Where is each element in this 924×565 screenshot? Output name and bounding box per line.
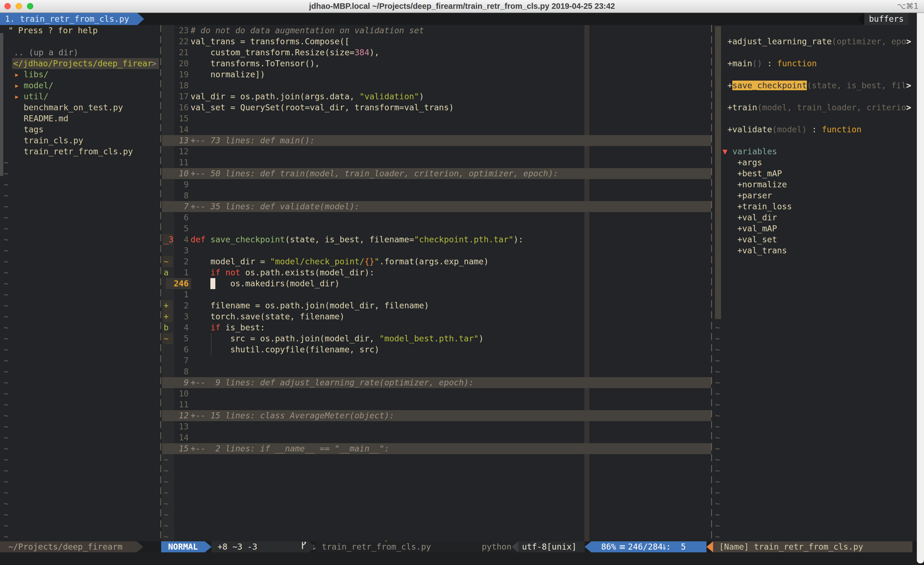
editor-line[interactable]: 246 os.makedirs(model_dir)	[162, 278, 711, 289]
tagbar-item[interactable]: +val_set	[713, 234, 916, 245]
token-a: function	[777, 59, 817, 68]
fold-line[interactable]: 12+-- 15 lines: class AverageMeter(objec…	[162, 410, 711, 421]
empty-line-tilde: ~	[713, 300, 916, 311]
editor-line[interactable]: 21 custom_transform.Resize(size=384),	[162, 47, 711, 58]
fold-line[interactable]: 13+-- 73 lines: def main():	[162, 135, 711, 146]
empty-line-tilde: ~	[0, 388, 160, 399]
tagbar-item[interactable]: +main() : function	[713, 58, 916, 69]
tagbar-scrollbar-thumb[interactable]	[715, 26, 721, 319]
folder-collapsed-icon[interactable]: ▸	[14, 91, 19, 102]
nerdtree-item[interactable]: ▸util/	[0, 91, 160, 102]
editor-line[interactable]: 8	[162, 366, 711, 377]
tagbar-item[interactable]: +val_dir	[713, 212, 916, 223]
window-scrollbar[interactable]	[917, 13, 924, 563]
editor-line[interactable]: 22val_trans = transforms.Compose([	[162, 36, 711, 47]
window-title: jdhao-MBP.local ~/Projects/deep_firearm/…	[0, 0, 924, 12]
tabline-buffers-label[interactable]: buffers	[864, 13, 908, 25]
editor-line[interactable]: 17val_dir = os.path.join(args.data, "val…	[162, 91, 711, 102]
editor-line[interactable]: 15	[162, 113, 711, 124]
fold-line[interactable]: 10+-- 50 lines: def train(model, train_l…	[162, 168, 711, 179]
nerdtree-item[interactable]: benchmark_on_test.py	[0, 102, 160, 113]
tagbar-item[interactable]: +val_trans	[713, 245, 916, 256]
tagbar-item[interactable]: +save_checkpoint(state, is_best, fil>	[713, 80, 916, 91]
tilde-marker: ~	[164, 454, 169, 465]
empty-line-tilde: ~	[713, 399, 916, 410]
editor-line[interactable]: 14	[162, 124, 711, 135]
nerdtree-item[interactable]: README.md	[0, 113, 160, 124]
tilde-marker: ~	[715, 509, 720, 520]
editor-line[interactable]: ~2 model_dir = "model/check_point/{}".fo…	[162, 256, 711, 267]
editor-line[interactable]: 23# do not do data augmentation on valid…	[162, 25, 711, 36]
editor-line[interactable]: +3 torch.save(state, filename)	[162, 311, 711, 322]
editor-line[interactable]: 12	[162, 146, 711, 157]
fold-line[interactable]: 7+-- 35 lines: def validate(model):	[162, 201, 711, 212]
tagbar-item[interactable]: +validate(model) : function	[713, 124, 916, 135]
tagbar-item[interactable]: +parser	[713, 190, 916, 201]
editor-line[interactable]: 1	[162, 289, 711, 300]
tilde-marker: ~	[715, 344, 720, 355]
editor-line[interactable]: 19 normalize])	[162, 69, 711, 80]
editor-line[interactable]: 13	[162, 421, 711, 432]
nerdtree-item[interactable]: train_cls.py	[0, 135, 160, 146]
editor-line[interactable]: 3	[162, 245, 711, 256]
tagbar-item[interactable]: +train(model, train_loader, criterio>	[713, 102, 916, 113]
tilde-marker: ~	[715, 443, 720, 454]
nerdtree-scrollbar-thumb[interactable]	[0, 33, 3, 176]
fold-line[interactable]: 15+-- 2 lines: if __name__ == "__main__"…	[162, 443, 711, 454]
token-p: +train_loss	[737, 201, 792, 211]
gutter-sign: a	[164, 267, 169, 278]
empty-line-tilde: ~	[713, 377, 916, 388]
tagbar-item[interactable]: +args	[713, 157, 916, 168]
editor-line[interactable]: _34def save_checkpoint(state, is_best, f…	[162, 234, 711, 245]
editor-line[interactable]: 18	[162, 80, 711, 91]
nerdtree-item[interactable]: tags	[0, 124, 160, 135]
editor-line[interactable]: 14	[162, 432, 711, 443]
tagbar-item[interactable]: +train_loss	[713, 201, 916, 212]
editor-line[interactable]: ~5 src = os.path.join(model_dir, "model_…	[162, 333, 711, 344]
nerdtree-root[interactable]: </jdhao/Projects/deep_firear>	[0, 58, 160, 69]
editor-line[interactable]: 6	[162, 212, 711, 223]
vim-session: jdhao-MBP.local ~/Projects/deep_firearm/…	[0, 0, 924, 565]
editor-line[interactable]: 7	[162, 355, 711, 366]
tab-current-buffer[interactable]: 1. train_retr_from_cls.py	[0, 13, 138, 25]
editor-line[interactable]: 11	[162, 157, 711, 168]
nerdtree-item[interactable]: ▸libs/	[0, 69, 160, 80]
tagbar-item[interactable]: +adjust_learning_rate(optimizer, epo>	[713, 36, 916, 47]
editor-line[interactable]: +2 filename = os.path.join(model_dir, fi…	[162, 300, 711, 311]
tagbar-item[interactable]: +normalize	[713, 179, 916, 190]
fold-line[interactable]: 9+-- 9 lines: def adjust_learning_rate(o…	[162, 377, 711, 388]
folder-collapsed-icon[interactable]: ▸	[14, 80, 19, 91]
nerdtree-item[interactable]: .. (up a dir)	[0, 47, 160, 58]
token-s: "model_best.pth.tar"	[379, 334, 478, 343]
editor-line[interactable]: b4 if is_best:	[162, 322, 711, 333]
editor-line[interactable]: 10	[162, 388, 711, 399]
editor-line[interactable]: 11	[162, 399, 711, 410]
nerdtree-item[interactable]: ▸model/	[0, 80, 160, 91]
empty-line-tilde: ~	[0, 399, 160, 410]
tilde-marker: ~	[715, 410, 720, 421]
nerdtree-item[interactable]: " Press ? for help	[0, 25, 160, 36]
token-p: +val_trans	[737, 246, 787, 255]
editor-line[interactable]: 20 transforms.ToTensor(),	[162, 58, 711, 69]
command-line[interactable]	[0, 552, 924, 565]
editor-line[interactable]: 16val_set = QuerySet(root=val_dir, trans…	[162, 102, 711, 113]
editor-line[interactable]: 5	[162, 223, 711, 234]
tagbar-item[interactable]: +val_mAP	[713, 223, 916, 234]
line-number: 2	[169, 256, 189, 267]
line-number: 11	[169, 399, 189, 410]
editor-line[interactable]: 8	[162, 190, 711, 201]
empty-line-tilde: ~	[713, 278, 916, 289]
gutter-sign: ~	[164, 256, 169, 267]
folder-collapsed-icon[interactable]: ▸	[14, 69, 19, 80]
nerdtree-item[interactable]: train_retr_from_cls.py	[0, 146, 160, 157]
editor-line[interactable]: 9	[162, 179, 711, 190]
editor-line[interactable]: a1 if not os.path.exists(model_dir):	[162, 267, 711, 278]
tagbar-item[interactable]: ▼ variables	[713, 146, 916, 157]
editor-line[interactable]: 6 shutil.copyfile(filename, src)	[162, 344, 711, 355]
empty-line-tilde: ~	[0, 432, 160, 443]
token-c: # do not do data augmentation on validat…	[190, 26, 424, 35]
tagbar-item[interactable]: +best_mAP	[713, 168, 916, 179]
line-number: 7	[169, 355, 189, 366]
tagbar-item-text: +parser	[737, 190, 772, 201]
tilde-marker: ~	[4, 421, 9, 432]
